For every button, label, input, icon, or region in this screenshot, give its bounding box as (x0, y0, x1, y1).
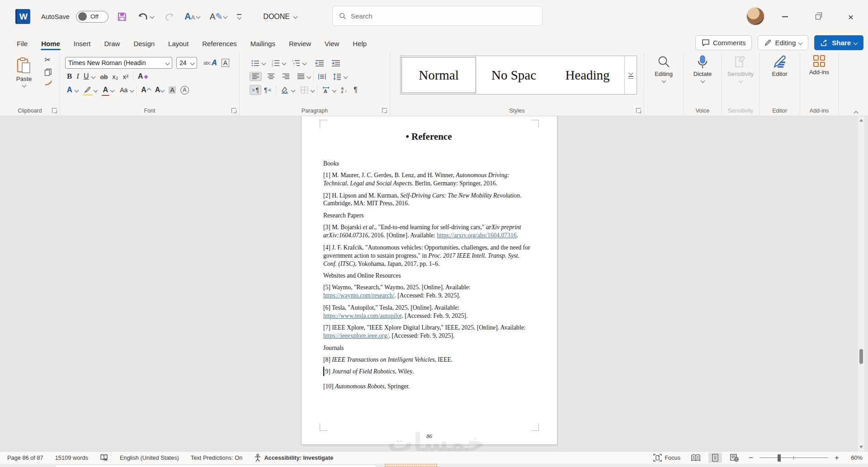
style-brush-button[interactable]: A✎ (208, 9, 229, 24)
multilevel-list-chevron[interactable] (302, 61, 307, 65)
strikethrough-button[interactable]: ab (99, 72, 110, 81)
autosave-toggle[interactable]: Off (76, 11, 108, 23)
minimize-button[interactable] (774, 8, 795, 25)
document-page[interactable]: • Reference Books[1] M. Maurer, J. C. Ge… (302, 116, 557, 444)
print-layout-button[interactable] (708, 453, 722, 463)
underline-chevron[interactable] (91, 74, 95, 79)
sort-button[interactable]: az↓ (340, 85, 349, 94)
font-format-button[interactable]: AA (183, 9, 202, 24)
text-effects-button[interactable]: A (65, 85, 74, 95)
align-right-button[interactable] (280, 72, 292, 80)
scroll-up-arrow[interactable] (859, 119, 863, 122)
text-predictions[interactable]: Text Predictions: On (188, 454, 245, 461)
zoom-in-button[interactable]: + (833, 453, 841, 462)
justify-chevron[interactable] (307, 74, 311, 79)
comments-button[interactable]: Comments (695, 35, 752, 50)
zoom-out-button[interactable]: − (747, 453, 755, 462)
vertical-scrollbar[interactable] (858, 116, 864, 451)
undo-dropdown-chevron[interactable] (150, 14, 154, 19)
format-painter-button[interactable] (44, 80, 53, 87)
ltr-paragraph-button[interactable]: >¶ (250, 85, 261, 95)
style-normal[interactable]: Normal (401, 57, 476, 93)
character-border-button[interactable]: A (220, 58, 231, 68)
scroll-down-arrow[interactable] (859, 446, 863, 448)
justify-button[interactable] (295, 72, 307, 80)
increase-indent-button[interactable] (330, 59, 342, 67)
decrease-indent-button[interactable] (313, 59, 326, 67)
distribute-button[interactable] (316, 72, 328, 81)
subscript-button[interactable]: x₂ (110, 72, 120, 81)
editing-mode-button[interactable]: Editing (758, 35, 808, 50)
enclose-characters-button[interactable]: A (179, 85, 191, 95)
asian-layout-button[interactable]: A (320, 85, 332, 94)
account-avatar[interactable] (746, 7, 765, 26)
search-input[interactable] (351, 12, 536, 20)
line-spacing-chevron[interactable] (344, 74, 348, 79)
align-center-button[interactable] (265, 72, 277, 80)
show-marks-button[interactable]: ¶ (352, 85, 359, 95)
editing-button[interactable]: Editing (644, 55, 683, 82)
share-button[interactable]: Share (814, 35, 863, 50)
hyperlink[interactable]: https://waymo.com/research/ (323, 292, 394, 299)
cut-button[interactable]: ✂ (44, 55, 53, 65)
bullets-button[interactable] (250, 59, 261, 67)
tab-home[interactable]: Home (34, 36, 67, 52)
tab-design[interactable]: Design (127, 36, 161, 52)
close-button[interactable]: × (840, 8, 861, 25)
bullets-chevron[interactable] (262, 61, 266, 65)
line-spacing-button[interactable] (331, 72, 343, 81)
zoom-slider-thumb[interactable] (778, 454, 781, 462)
bold-button[interactable]: B (65, 71, 74, 82)
tab-view[interactable]: View (318, 36, 346, 52)
change-case-button[interactable]: Aa (118, 85, 129, 94)
proofing-errors-button[interactable] (97, 454, 111, 462)
tab-layout[interactable]: Layout (161, 36, 195, 52)
grow-font-button[interactable]: A (139, 85, 152, 95)
search-bar[interactable] (332, 6, 542, 26)
align-left-button[interactable] (250, 72, 262, 81)
copy-button[interactable] (44, 68, 52, 76)
phonetic-guide-button[interactable]: abcA (202, 58, 219, 68)
read-mode-button[interactable] (688, 453, 704, 463)
paste-button[interactable]: Paste (10, 56, 38, 87)
style-heading[interactable]: Heading (551, 56, 624, 94)
tab-insert[interactable]: Insert (67, 36, 98, 52)
change-case-chevron[interactable] (130, 88, 134, 92)
tab-references[interactable]: References (195, 36, 244, 52)
document-title-button[interactable]: DOONE (263, 13, 297, 21)
shading-chevron[interactable] (291, 88, 295, 92)
dictate-button[interactable]: Dictate (684, 55, 722, 82)
asian-layout-chevron[interactable] (332, 88, 336, 92)
font-dialog-launcher[interactable] (231, 108, 236, 113)
underline-button[interactable]: U (82, 71, 91, 81)
hyperlink[interactable]: https://ieeexplore.ieee.org/ (323, 332, 389, 339)
undo-button[interactable] (136, 9, 156, 24)
font-color-chevron[interactable] (110, 88, 115, 92)
tab-file[interactable]: File (10, 36, 34, 52)
scrollbar-thumb[interactable] (859, 349, 863, 364)
shrink-font-button[interactable]: A (153, 85, 166, 95)
numbering-chevron[interactable] (282, 61, 287, 65)
tab-draw[interactable]: Draw (97, 36, 127, 52)
document-body[interactable]: • Reference Books[1] M. Maurer, J. C. Ge… (323, 131, 534, 395)
document-canvas[interactable]: • Reference Books[1] M. Maurer, J. C. Ge… (0, 116, 868, 451)
borders-button[interactable] (299, 85, 310, 94)
accessibility-button[interactable]: Accessibility: Investigate (251, 454, 336, 462)
style-brush-chevron[interactable] (223, 14, 228, 19)
web-layout-button[interactable] (726, 453, 742, 463)
tab-mailings[interactable]: Mailings (244, 36, 282, 52)
zoom-slider[interactable] (760, 454, 828, 462)
editor-button[interactable]: Editor (760, 55, 800, 77)
character-shading-button[interactable]: A (167, 85, 177, 94)
focus-button[interactable]: Focus (651, 454, 683, 462)
hyperlink[interactable]: https://arxiv.org/abs/1604.07316 (437, 232, 516, 239)
rtl-paragraph-button[interactable]: ¶< (262, 85, 273, 94)
paragraph-dialog-launcher[interactable] (382, 108, 387, 113)
language-selector[interactable]: English (United States) (117, 454, 182, 461)
tab-review[interactable]: Review (282, 36, 318, 52)
style-no-spacing[interactable]: No Spac (477, 56, 551, 94)
font-color-button[interactable]: A (101, 85, 110, 95)
text-effects-chevron[interactable] (74, 88, 79, 92)
numbering-button[interactable]: 123 (270, 58, 282, 67)
paste-chevron[interactable] (22, 83, 26, 88)
